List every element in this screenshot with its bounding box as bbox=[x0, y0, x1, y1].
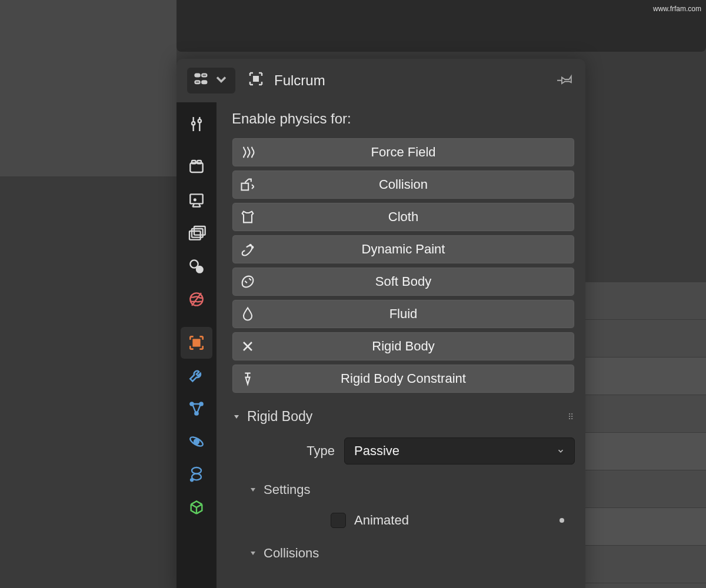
physics-button-label: Fluid bbox=[263, 306, 574, 322]
dynamic-paint-icon bbox=[232, 241, 263, 258]
particles-tab[interactable] bbox=[181, 393, 212, 425]
modifier-tab[interactable] bbox=[181, 360, 212, 392]
render-tab[interactable] bbox=[181, 152, 212, 183]
physics-button-label: Cloth bbox=[263, 209, 574, 225]
physics-button[interactable]: Force Field bbox=[232, 138, 575, 167]
svg-rect-11 bbox=[192, 229, 203, 238]
rigid-body-panel: Rigid Body ⠿ Type Passive Settings bbox=[232, 406, 575, 563]
svg-rect-4 bbox=[254, 76, 258, 81]
scene-tab[interactable] bbox=[181, 250, 212, 282]
enable-physics-label: Enable physics for: bbox=[232, 111, 575, 127]
constraints-tab[interactable] bbox=[181, 459, 212, 490]
svg-rect-0 bbox=[195, 74, 200, 77]
viewport-bg bbox=[0, 0, 176, 176]
tool-tab[interactable] bbox=[181, 108, 212, 140]
physics-button-label: Dynamic Paint bbox=[263, 242, 574, 257]
top-panel-bg bbox=[176, 0, 706, 52]
type-value: Passive bbox=[354, 443, 399, 459]
data-tab[interactable] bbox=[181, 492, 212, 523]
object-tab[interactable] bbox=[181, 327, 212, 359]
animated-checkbox[interactable] bbox=[331, 513, 346, 528]
svg-point-13 bbox=[190, 260, 198, 268]
outliner-bg bbox=[582, 282, 706, 588]
physics-button[interactable]: Collision bbox=[232, 170, 575, 199]
animated-label: Animated bbox=[354, 513, 551, 528]
panel-header: Fulcrum bbox=[176, 59, 585, 102]
svg-rect-16 bbox=[194, 340, 200, 346]
collision-icon bbox=[232, 176, 263, 193]
object-name: Fulcrum bbox=[274, 72, 325, 89]
physics-button[interactable]: Dynamic Paint bbox=[232, 235, 575, 264]
physics-button-label: Force Field bbox=[263, 145, 574, 160]
soft-body-icon bbox=[232, 273, 263, 290]
svg-point-24 bbox=[191, 479, 193, 481]
animate-property-icon[interactable] bbox=[560, 518, 564, 523]
svg-point-14 bbox=[197, 266, 203, 273]
svg-point-9 bbox=[194, 199, 196, 201]
object-context[interactable]: Fulcrum bbox=[247, 70, 325, 91]
rigid-body-title: Rigid Body bbox=[247, 409, 312, 425]
force-field-icon bbox=[232, 144, 263, 161]
settings-title: Settings bbox=[264, 482, 311, 497]
physics-button-label: Collision bbox=[263, 177, 574, 192]
svg-rect-8 bbox=[190, 194, 202, 203]
svg-point-27 bbox=[252, 246, 253, 248]
svg-rect-25 bbox=[242, 183, 249, 191]
type-row: Type Passive bbox=[232, 437, 575, 465]
rigid-body-icon bbox=[232, 338, 263, 355]
physics-button-label: Rigid Body Constraint bbox=[263, 371, 574, 386]
properties-panel: Fulcrum Enable physics for: Force Field bbox=[176, 59, 585, 588]
svg-point-26 bbox=[250, 245, 251, 246]
svg-rect-3 bbox=[202, 81, 207, 83]
physics-button-label: Rigid Body bbox=[263, 339, 574, 354]
drag-handle-icon[interactable]: ⠿ bbox=[568, 412, 575, 422]
physics-button[interactable]: Rigid Body bbox=[232, 332, 575, 361]
svg-point-20 bbox=[194, 439, 199, 444]
svg-rect-1 bbox=[195, 81, 200, 83]
panel-body: Enable physics for: Force FieldCollision… bbox=[176, 102, 585, 588]
physics-button[interactable]: Rigid Body Constraint bbox=[232, 364, 575, 393]
physics-button-label: Soft Body bbox=[263, 274, 574, 289]
collisions-header[interactable]: Collisions bbox=[248, 543, 575, 563]
physics-button[interactable]: Soft Body bbox=[232, 267, 575, 296]
object-select-icon bbox=[247, 70, 265, 91]
physics-tab[interactable] bbox=[181, 426, 212, 457]
collisions-title: Collisions bbox=[264, 546, 319, 561]
physics-button[interactable]: Fluid bbox=[232, 299, 575, 329]
editor-type-selector[interactable] bbox=[187, 68, 235, 93]
cloth-icon bbox=[232, 209, 263, 225]
settings-subpanel: Settings Animated bbox=[232, 480, 575, 528]
output-tab[interactable] bbox=[181, 185, 212, 216]
pin-button[interactable] bbox=[557, 71, 575, 91]
collisions-subpanel: Collisions bbox=[232, 543, 575, 563]
properties-tabs bbox=[176, 102, 217, 588]
properties-icon bbox=[193, 71, 209, 90]
viewlayer-tab[interactable] bbox=[181, 218, 212, 249]
physics-button[interactable]: Cloth bbox=[232, 202, 575, 232]
world-tab[interactable] bbox=[181, 283, 212, 315]
svg-point-22 bbox=[192, 467, 201, 474]
svg-rect-7 bbox=[197, 161, 201, 163]
type-select[interactable]: Passive bbox=[344, 437, 575, 465]
fluid-icon bbox=[232, 306, 263, 322]
settings-header[interactable]: Settings bbox=[248, 480, 575, 500]
rigid-body-constraint-icon bbox=[232, 370, 263, 387]
physics-content: Enable physics for: Force FieldCollision… bbox=[217, 102, 585, 588]
animated-row: Animated bbox=[248, 513, 575, 528]
type-label: Type bbox=[232, 443, 335, 459]
watermark: www.frfam.com bbox=[653, 5, 701, 13]
svg-rect-6 bbox=[192, 161, 196, 163]
rigid-body-header[interactable]: Rigid Body ⠿ bbox=[232, 406, 575, 427]
chevron-down-icon bbox=[213, 71, 229, 90]
svg-rect-2 bbox=[202, 74, 207, 77]
